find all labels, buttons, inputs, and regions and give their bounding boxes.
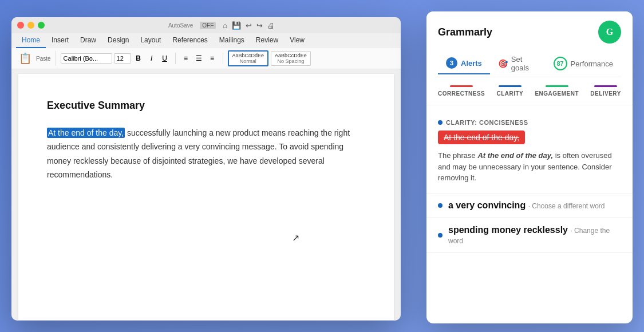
main-alert-card: CLARITY: CONCISENESS At the end of the d… bbox=[426, 112, 633, 193]
word-window: AutoSave OFF ⌂ 💾 ↩ ↪ 🖨 Home Insert Draw … bbox=[11, 17, 401, 321]
font-size-input[interactable] bbox=[114, 53, 131, 64]
grammarly-title: Grammarly bbox=[438, 26, 492, 38]
clarity-indicator bbox=[499, 85, 521, 87]
suggestion-item-2[interactable]: spending money recklessly · Change the w… bbox=[426, 218, 633, 253]
paste-label: Paste bbox=[36, 56, 51, 62]
autosave-toggle[interactable]: OFF bbox=[200, 22, 216, 29]
alerts-body: CLARITY: CONCISENESS At the end of the d… bbox=[426, 105, 633, 323]
save-icon[interactable]: 💾 bbox=[232, 21, 241, 30]
maximize-button[interactable] bbox=[38, 22, 45, 29]
italic-button[interactable]: I bbox=[146, 53, 157, 64]
paragraph-group: ≡ ☰ ≡ bbox=[180, 53, 223, 64]
strikethrough-phrase: At the end of the day, bbox=[438, 131, 525, 144]
paste-button[interactable]: 📋 bbox=[16, 51, 34, 66]
suggestion-content-1: a very convincing · Choose a different w… bbox=[448, 200, 605, 211]
performance-label: Performance bbox=[571, 60, 613, 68]
print-icon[interactable]: 🖨 bbox=[267, 21, 275, 30]
category-delivery[interactable]: DELIVERY bbox=[590, 85, 621, 97]
document-body: At the end of the day, successfully laun… bbox=[47, 126, 365, 182]
underline-button[interactable]: U bbox=[159, 53, 171, 64]
tab-view[interactable]: View bbox=[284, 33, 310, 48]
styles-group: AaBbCcDdEe Normal AaBbCcDdEe No Spacing bbox=[228, 50, 311, 66]
alerts-badge: 3 bbox=[446, 57, 457, 69]
tab-review[interactable]: Review bbox=[250, 33, 284, 48]
tab-draw[interactable]: Draw bbox=[74, 33, 102, 48]
clarity-label: CLARITY bbox=[496, 90, 523, 97]
minimize-button[interactable] bbox=[27, 22, 34, 29]
style-normal-label: Normal bbox=[232, 58, 264, 64]
grammarly-logo-row: Grammarly G bbox=[438, 21, 621, 44]
alert-description: The phrase At the end of the day, is oft… bbox=[438, 150, 621, 184]
home-icon: ⌂ bbox=[223, 21, 227, 30]
tab-layout[interactable]: Layout bbox=[135, 33, 167, 48]
align-center-button[interactable]: ☰ bbox=[193, 53, 205, 64]
desc-before: The phrase bbox=[438, 151, 477, 160]
font-family-input[interactable] bbox=[61, 53, 112, 64]
align-right-button[interactable]: ≡ bbox=[207, 53, 218, 64]
engagement-indicator bbox=[546, 85, 568, 87]
document-content: Executive Summary At the end of the day,… bbox=[18, 74, 394, 320]
close-button[interactable] bbox=[17, 22, 24, 29]
correctness-indicator bbox=[450, 85, 473, 87]
suggestion-keyword-1: a very convincing bbox=[448, 200, 526, 210]
ribbon-tabs: Home Insert Draw Design Layout Reference… bbox=[11, 33, 401, 48]
style-normal[interactable]: AaBbCcDdEe Normal bbox=[228, 50, 269, 66]
suggestion-item-1[interactable]: a very convincing · Choose a different w… bbox=[426, 193, 633, 218]
cursor: ↗ bbox=[292, 232, 299, 243]
tab-references[interactable]: References bbox=[167, 33, 213, 48]
title-bar: AutoSave OFF ⌂ 💾 ↩ ↪ 🖨 bbox=[11, 17, 401, 33]
title-bar-center: AutoSave OFF ⌂ 💾 ↩ ↪ 🖨 bbox=[48, 21, 395, 30]
correctness-label: CORRECTNESS bbox=[438, 90, 485, 97]
clipboard-group: 📋 Paste bbox=[16, 51, 56, 66]
tab-performance[interactable]: 87 Performance bbox=[546, 52, 621, 75]
tab-design[interactable]: Design bbox=[102, 33, 135, 48]
grammarly-tabs: 3 Alerts 🎯 Set goals 87 Performance bbox=[438, 50, 621, 77]
suggestion-dot-2 bbox=[438, 233, 442, 238]
engagement-label: ENGAGEMENT bbox=[535, 90, 579, 97]
alert-type-label: CLARITY: CONCISENESS bbox=[438, 119, 621, 126]
alert-dot bbox=[438, 120, 442, 125]
tab-insert[interactable]: Insert bbox=[46, 33, 74, 48]
alert-type-text: CLARITY: CONCISENESS bbox=[446, 119, 528, 126]
autosave-label: AutoSave bbox=[168, 22, 193, 29]
grammarly-panel: Grammarly G 3 Alerts 🎯 Set goals 87 Perf… bbox=[426, 11, 633, 323]
suggestion-content-2: spending money recklessly · Change the w… bbox=[448, 225, 621, 246]
alerts-label: Alerts bbox=[461, 59, 482, 68]
style-nospace-preview: AaBbCcDdEe bbox=[275, 53, 307, 58]
style-normal-preview: AaBbCcDdEe bbox=[232, 53, 264, 58]
ribbon-toolbar: 📋 Paste B I U ≡ ☰ ≡ AaBbCcDdEe Normal Aa… bbox=[11, 48, 401, 69]
category-engagement[interactable]: ENGAGEMENT bbox=[535, 85, 579, 97]
goals-label: Set goals bbox=[511, 55, 538, 72]
category-row: CORRECTNESS CLARITY ENGAGEMENT DELIVERY bbox=[426, 77, 633, 105]
tab-mailings[interactable]: Mailings bbox=[214, 33, 250, 48]
suggestion-dot-1 bbox=[438, 203, 442, 208]
tab-home[interactable]: Home bbox=[16, 33, 46, 48]
document-title: Executive Summary bbox=[47, 97, 365, 114]
style-no-spacing[interactable]: AaBbCcDdEe No Spacing bbox=[271, 51, 311, 66]
grammarly-logo-icon: G bbox=[598, 21, 621, 44]
bold-button[interactable]: B bbox=[133, 53, 144, 64]
desc-phrase: At the end of the day, bbox=[477, 151, 553, 160]
suggestion-keyword-2: spending money recklessly bbox=[448, 225, 568, 235]
tab-alerts[interactable]: 3 Alerts bbox=[438, 53, 490, 74]
font-group: B I U bbox=[61, 53, 176, 64]
undo-icon[interactable]: ↩ bbox=[246, 21, 252, 30]
category-clarity[interactable]: CLARITY bbox=[496, 85, 523, 97]
grammarly-header: Grammarly G 3 Alerts 🎯 Set goals 87 Perf… bbox=[426, 11, 633, 77]
delivery-label: DELIVERY bbox=[590, 90, 621, 97]
toolbar-icons: ⌂ 💾 ↩ ↪ 🖨 bbox=[223, 21, 275, 30]
suggestion-action-1: · Choose a different word bbox=[528, 202, 605, 210]
highlighted-phrase: At the end of the day, bbox=[47, 128, 125, 138]
svg-text:G: G bbox=[606, 27, 614, 37]
tab-goals[interactable]: 🎯 Set goals bbox=[490, 50, 546, 77]
redo-icon[interactable]: ↪ bbox=[256, 21, 263, 30]
style-nospace-label: No Spacing bbox=[275, 58, 307, 64]
delivery-indicator bbox=[594, 85, 617, 87]
goal-icon: 🎯 bbox=[498, 59, 508, 68]
performance-score: 87 bbox=[554, 57, 567, 70]
category-correctness[interactable]: CORRECTNESS bbox=[438, 85, 485, 97]
align-left-button[interactable]: ≡ bbox=[180, 53, 192, 64]
